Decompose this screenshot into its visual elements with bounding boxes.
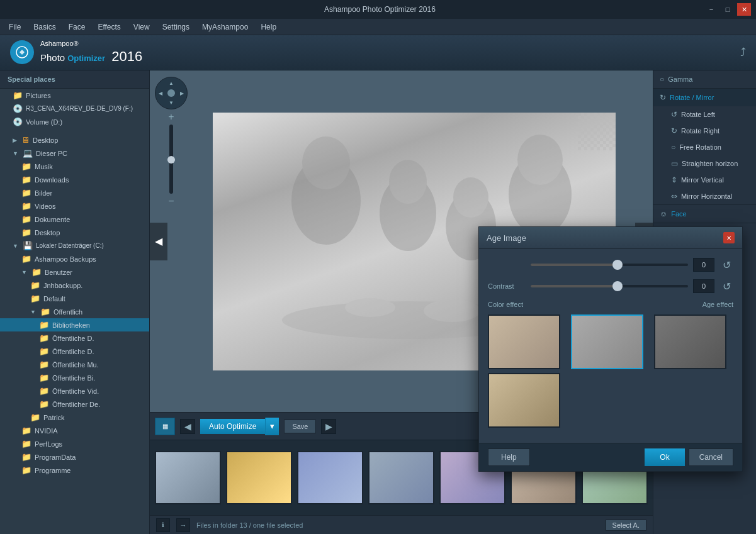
image-prev-button[interactable]: ◀	[150, 223, 167, 260]
panel-gamma-header[interactable]: ○ Gamma	[653, 70, 756, 88]
filmstrip-view-button[interactable]: ▦	[155, 418, 175, 435]
sidebar-item-desktop2[interactable]: 📁 Desktop	[0, 226, 149, 239]
sidebar-item-offentlicher-de[interactable]: 📁 Öffentlicher De.	[0, 398, 149, 411]
sidebar-item-drive-f[interactable]: 💿 R3_CENA_X64REV_DE-DE_DV9 (F:)	[0, 102, 149, 115]
filmstrip-thumb-1[interactable]	[155, 451, 221, 504]
ok-button[interactable]: Ok	[645, 448, 684, 466]
nav-back-button[interactable]: →	[176, 518, 190, 532]
slider2-reset-button[interactable]: ↺	[719, 279, 733, 293]
menu-help[interactable]: Help	[254, 19, 283, 35]
help-button[interactable]: Help	[488, 448, 530, 466]
zoom-slider-thumb[interactable]	[167, 156, 175, 164]
slider1-thumb[interactable]	[612, 260, 623, 270]
pan-right-icon: ▶	[180, 91, 184, 96]
sidebar-item-videos[interactable]: 📁 Videos	[0, 199, 149, 213]
dialog-thumb-2[interactable]	[571, 314, 643, 369]
slider2-thumb[interactable]	[612, 281, 623, 291]
sidebar-item-default[interactable]: 📁 Default	[0, 292, 149, 305]
sidebar-item-downloads[interactable]: 📁 Downloads	[0, 173, 149, 186]
sidebar-item-drive-c[interactable]: ▼ 💾 Lokaler Datenträger (C:)	[0, 239, 149, 252]
sidebar-item-benutzer[interactable]: ▼ 📁 Benutzer	[0, 265, 149, 279]
sidebar-item-offentlich[interactable]: ▼ 📁 Öffentlich	[0, 305, 149, 318]
dialog-close-button[interactable]: ✕	[723, 232, 735, 243]
auto-optimize-button[interactable]: Auto Optimize	[200, 419, 265, 434]
close-button[interactable]: ✕	[737, 3, 751, 16]
menu-settings[interactable]: Settings	[156, 19, 196, 35]
sidebar-item-patrick[interactable]: 📁 Patrick	[0, 411, 149, 424]
rotate-left-icon: ↺	[671, 110, 677, 119]
zoom-in-button[interactable]: +	[168, 112, 174, 122]
sidebar-label: Programme	[35, 467, 71, 474]
select-all-button[interactable]: Select A.	[606, 520, 646, 531]
straighten-label: Straighten horizon	[682, 160, 738, 167]
slider1-reset-button[interactable]: ↺	[719, 258, 733, 272]
sidebar-item-programme[interactable]: 📁 Programme	[0, 464, 149, 477]
panel-free-rotation[interactable]: ○ Free Rotation	[653, 139, 756, 155]
brand-name: Ashampoo®	[40, 40, 79, 47]
sidebar-label: NVIDIA	[35, 427, 58, 435]
slider2-track[interactable]	[531, 285, 688, 287]
sidebar-item-bibliotheken[interactable]: 📁 Bibliotheken	[0, 318, 149, 331]
panel-rotate-right[interactable]: ↻ Rotate Right	[653, 123, 756, 139]
filmstrip-prev-arrow[interactable]: ◀	[180, 419, 195, 434]
maximize-button[interactable]: □	[721, 3, 735, 16]
zoom-out-button[interactable]: −	[168, 196, 174, 206]
slider1-fill	[531, 264, 618, 266]
sidebar-item-bilder[interactable]: 📁 Bilder	[0, 186, 149, 199]
auto-optimize-dropdown[interactable]: ▾	[265, 418, 279, 435]
pan-control[interactable]: ◀ ▶ ▲ ▼	[155, 77, 188, 109]
sidebar-item-programdata[interactable]: 📁 ProgramData	[0, 450, 149, 464]
dialog-thumb-1[interactable]	[488, 314, 560, 369]
sidebar-item-musik[interactable]: 📁 Musik	[0, 160, 149, 173]
slider2-row: Contrast 0 ↺	[488, 279, 733, 293]
sidebar-item-nvidia[interactable]: 📁 NVIDIA	[0, 424, 149, 437]
mirror-h-icon: ⇔	[671, 192, 677, 201]
dialog-thumb-4[interactable]	[488, 373, 560, 428]
filmstrip-thumb-2[interactable]	[226, 451, 292, 504]
dialog-title: Age Image	[487, 233, 526, 243]
sidebar: Special places 📁 Pictures 💿 R3_CENA_X64R…	[0, 70, 150, 534]
minimize-button[interactable]: −	[704, 3, 718, 16]
filmstrip-next-arrow[interactable]: ▶	[321, 419, 336, 434]
sidebar-item-offentliche-bi[interactable]: 📁 Öffentliche Bi.	[0, 371, 149, 384]
sidebar-item-drive-d[interactable]: 💿 Volume (D:)	[0, 115, 149, 128]
drive-icon: 💿	[13, 117, 23, 126]
share-icon[interactable]: ⤴	[740, 46, 746, 59]
sidebar-item-dokumente[interactable]: 📁 Dokumente	[0, 213, 149, 226]
menu-basics[interactable]: Basics	[27, 19, 62, 35]
zoom-slider[interactable]	[169, 125, 173, 194]
sidebar-item-offentliche2[interactable]: 📁 Öffentliche D.	[0, 345, 149, 358]
dialog-thumb-3[interactable]	[654, 314, 726, 369]
sidebar-item-offentliche-vid[interactable]: 📁 Öffentliche Vid.	[0, 384, 149, 398]
sidebar-item-pictures[interactable]: 📁 Pictures	[0, 89, 149, 102]
sidebar-label: Ashampoo Backups	[35, 255, 96, 263]
panel-mirror-vertical[interactable]: ⇕ Mirror Vertical	[653, 172, 756, 188]
sidebar-item-offentliche-mu[interactable]: 📁 Öffentliche Mu.	[0, 358, 149, 371]
sidebar-item-dieser-pc[interactable]: ▼ 💻 Dieser PC	[0, 147, 149, 160]
sidebar-item-desktop[interactable]: ▶ 🖥 Desktop	[0, 133, 149, 147]
sidebar-item-jnh[interactable]: 📁 Jnhbackupp.	[0, 279, 149, 292]
filmstrip-thumb-4[interactable]	[368, 451, 434, 504]
panel-rotate-left[interactable]: ↺ Rotate Left	[653, 106, 756, 123]
menu-face[interactable]: Face	[62, 19, 92, 35]
sidebar-item-offentliche1[interactable]: 📁 Öffentliche D.	[0, 331, 149, 345]
age-image-dialog[interactable]: Age Image ✕ 0 ↺ Contrast 0	[478, 226, 743, 472]
filmstrip-thumb-3[interactable]	[297, 451, 363, 504]
panel-mirror-horizontal[interactable]: ⇔ Mirror Horizontal	[653, 188, 756, 204]
save-button[interactable]: Save	[284, 420, 316, 433]
thumb-image	[156, 452, 220, 503]
auto-optimize-label: Auto Optimize	[209, 422, 256, 431]
panel-straighten[interactable]: ▭ Straighten horizon	[653, 155, 756, 172]
slider1-track[interactable]	[531, 264, 688, 266]
pan-up-icon: ▲	[169, 81, 174, 86]
sidebar-item-perflogs[interactable]: 📁 PerfLogs	[0, 437, 149, 450]
menu-myashampoo[interactable]: MyAshampoo	[196, 19, 254, 35]
sidebar-item-ashampoo[interactable]: 📁 Ashampoo Backups	[0, 252, 149, 265]
menu-view[interactable]: View	[127, 19, 156, 35]
info-button[interactable]: ℹ	[156, 518, 170, 532]
panel-rotate-header[interactable]: ↻ Rotate / Mirror	[653, 89, 756, 106]
menu-effects[interactable]: Effects	[91, 19, 127, 35]
cancel-button[interactable]: Cancel	[689, 448, 733, 466]
menu-file[interactable]: File	[3, 19, 27, 35]
panel-face-header[interactable]: ☺ Face	[653, 205, 756, 223]
